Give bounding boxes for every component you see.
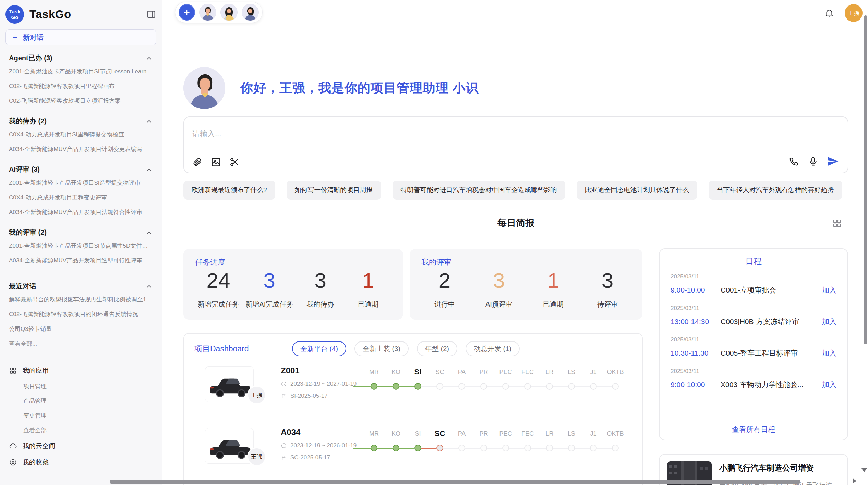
phone-icon[interactable] <box>789 156 799 166</box>
new-chat-button[interactable]: 新对话 <box>5 29 156 45</box>
sidebar-task-item[interactable]: A034-全新新能源MUV产品开发项目法规符合性评审 <box>7 205 155 220</box>
send-icon[interactable] <box>827 156 839 167</box>
event-row: 9:00-10:00C001-立项审批会加入 <box>671 285 836 295</box>
chat-input[interactable] <box>192 129 730 138</box>
logo-line2: Go <box>11 14 19 20</box>
dashboard-tabs: 全新平台 (4)全新上装 (3)年型 (2)动总开发 (1) <box>292 341 520 356</box>
add-conversation-button[interactable] <box>179 4 195 21</box>
app-item[interactable]: 项目管理 <box>7 379 155 394</box>
project-code: A034 <box>281 427 357 437</box>
stat: 3我的待办 <box>300 270 341 309</box>
horizontal-scrollbar-thumb[interactable] <box>110 480 800 484</box>
event-join-link[interactable]: 加入 <box>822 317 836 326</box>
avatar[interactable] <box>199 4 216 21</box>
suggestion-chip[interactable]: 特朗普可能对进口汽车增税会对中国车企造成哪些影响 <box>393 181 565 200</box>
sidebar-task-item[interactable]: C02-飞腾新能源轻客改款项目里程碑画布 <box>7 79 155 94</box>
suggestion-chip[interactable]: 比亚迪全固态电池计划具体说了什么 <box>577 181 697 200</box>
section-title: AI评审 (3) <box>9 165 40 174</box>
paperclip-icon[interactable] <box>192 157 203 167</box>
event-join-link[interactable]: 加入 <box>822 348 836 358</box>
sidebar-task-item[interactable]: A034-全新新能源MUV产品开发项目计划变更表编写 <box>7 142 155 157</box>
topbar-right: 王强 <box>824 4 863 22</box>
milestone-connector <box>487 386 502 387</box>
milestone-connector <box>553 386 568 387</box>
avatar[interactable] <box>242 4 259 21</box>
stat-value: 24 <box>207 270 230 291</box>
project-flag: SI-2025-05-17 <box>281 393 357 399</box>
schedule-event: 2025/03/119:00-10:00C001-立项审批会加入 <box>671 269 836 300</box>
event-name: X003-车辆动力学性能验... <box>721 380 818 389</box>
milestone-connector <box>421 448 436 449</box>
favorites-label: 我的收藏 <box>23 458 49 467</box>
sidebar-task-item[interactable]: C0X4-动力总成开发项目工程变更评审 <box>7 190 155 205</box>
milestone-dot <box>414 445 421 451</box>
milestone-oktb: OKTB <box>604 427 626 451</box>
image-icon[interactable] <box>211 157 221 167</box>
sidebar-task-item[interactable]: A034-全新新能源MUV产品开发项目造型可行性评审 <box>7 253 155 268</box>
notification-bell-icon[interactable] <box>824 8 834 18</box>
sidebar-task-item[interactable]: Z001-全新燃油轻卡产品开发项目SI造型提交物评审 <box>7 175 155 190</box>
scroll-down-arrow[interactable] <box>861 468 867 472</box>
event-row: 9:00-10:00X003-车辆动力学性能验...加入 <box>671 380 836 389</box>
brief-card: 任务进度24新增完成任务3新增AI完成任务3我的待办1已逾期 <box>183 249 403 320</box>
sidebar-task-item[interactable]: C02-飞腾新能源轻客改款项目立项汇报方案 <box>7 94 155 108</box>
event-join-link[interactable]: 加入 <box>822 285 836 295</box>
milestone-connector <box>575 386 590 387</box>
vertical-scrollbar-thumb[interactable] <box>864 15 867 344</box>
event-join-link[interactable]: 加入 <box>822 380 836 389</box>
section-header[interactable]: 我的待办 (2) <box>9 116 153 126</box>
apps-view-all[interactable]: 查看全部... <box>7 423 155 438</box>
news-title: 小鹏飞行汽车制造公司增资 <box>719 463 837 473</box>
recent-chats-header[interactable]: 最近对话 <box>9 282 153 291</box>
main-area: 王强 你好，王强，我是你的项目管理助理 小识 欧洲新规最近颁布了什么?如何写一份… <box>162 0 868 485</box>
project-code: Z001 <box>281 366 357 375</box>
event-row: 13:00-14:30C003|H0B-方案冻结评审加入 <box>671 317 836 326</box>
recent-chat-item[interactable]: 解释最新出台的欧盟报废车法规再生塑料比例被调至15%... <box>7 292 155 307</box>
suggestion-chip[interactable]: 当下年轻人对汽车外观有怎样的喜好趋势 <box>709 181 842 200</box>
stat: 3AI预评审 <box>478 270 519 309</box>
greeting-text: 你好，王强，我是你的项目管理助理 小识 <box>240 79 479 97</box>
section-header[interactable]: AI评审 (3) <box>9 165 153 174</box>
scissors-icon[interactable] <box>229 157 240 167</box>
milestone-label: MR <box>363 427 385 440</box>
project-row[interactable]: 王强A0342023-12-19 ~ 2026-01-19SC-2025-05-… <box>194 425 632 480</box>
brief-card-stats: 24新增完成任务3新增AI完成任务3我的待办1已逾期 <box>195 270 391 309</box>
sidebar-task-item[interactable]: C0X4-动力总成开发项目SI里程碑提交物检查 <box>7 127 155 142</box>
sidebar-task-item[interactable]: Z001-全新燃油皮卡产品开发项目SI节点Lesson Learn报告 <box>7 64 155 79</box>
milestone-dot <box>436 383 443 390</box>
microphone-icon[interactable] <box>808 156 818 166</box>
section-header[interactable]: 我的评审 (2) <box>9 228 153 237</box>
milestone-connector <box>353 448 371 449</box>
project-row[interactable]: 王强Z0012023-12-19 ~ 2027-01-19SI-2025-05-… <box>194 364 632 418</box>
milestone-dot <box>590 383 597 390</box>
dashboard-tab[interactable]: 动总开发 (1) <box>466 341 520 356</box>
recent-chat-item[interactable]: 公司Q3轻卡销量 <box>7 322 155 336</box>
milestone-dot <box>393 383 399 390</box>
sidebar-item-cloud-space[interactable]: 我的云空间 <box>5 438 156 454</box>
layout-grid-icon[interactable] <box>832 218 842 228</box>
stat: 3待评审 <box>587 270 628 309</box>
dashboard-tab[interactable]: 全新平台 (4) <box>292 341 346 356</box>
milestone-connector <box>421 386 436 387</box>
my-apps-header[interactable]: 我的应用 <box>5 362 156 379</box>
dashboard-tab[interactable]: 年型 (2) <box>417 341 457 356</box>
section-header[interactable]: Agent已办 (3) <box>9 53 153 63</box>
sidebar-toggle-icon[interactable] <box>146 9 156 20</box>
dashboard-tab[interactable]: 全新上装 (3) <box>354 341 409 356</box>
avatar[interactable] <box>220 4 238 21</box>
sidebar-header: Task Go TaskGo <box>5 4 156 25</box>
suggestion-chip[interactable]: 欧洲新规最近颁布了什么? <box>183 181 275 200</box>
app-item[interactable]: 产品管理 <box>7 394 155 408</box>
schedule-view-all-link[interactable]: 查看所有日程 <box>660 425 847 434</box>
recent-chat-item[interactable]: C02-飞腾新能源轻客改款项目的闭环通告反馈情况 <box>7 307 155 322</box>
input-action-icons <box>789 156 839 167</box>
sidebar-task-item[interactable]: Z001-全新燃油轻卡产品开发项目SI节点属性5D文件评审 <box>7 238 155 253</box>
user-avatar[interactable]: 王强 <box>845 4 863 22</box>
sidebar-item-favorites[interactable]: 我的收藏 <box>5 454 156 471</box>
app-item[interactable]: 变更管理 <box>7 408 155 423</box>
milestone-dot <box>371 383 377 390</box>
recent-view-all[interactable]: 查看全部... <box>7 336 155 351</box>
suggestion-chip[interactable]: 如何写一份清晰的项目周报 <box>287 181 381 200</box>
flag-icon <box>281 393 287 399</box>
scroll-right-arrow[interactable] <box>853 478 856 484</box>
